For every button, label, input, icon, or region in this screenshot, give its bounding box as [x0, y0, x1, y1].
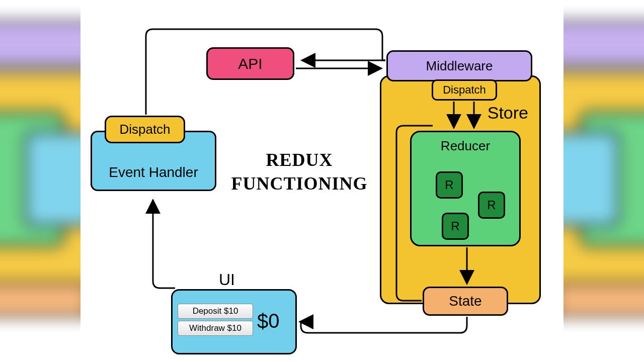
- ui-box: Deposit $10 Withdraw $10 $0: [171, 289, 297, 354]
- reducer-box: Reducer R R R: [410, 131, 521, 246]
- state-box: State: [423, 287, 508, 316]
- reducer-label: Reducer: [441, 138, 490, 154]
- reducer-r-2: R: [478, 192, 505, 219]
- api-box: API: [206, 47, 294, 80]
- deposit-button[interactable]: Deposit $10: [178, 304, 253, 319]
- withdraw-button[interactable]: Withdraw $10: [178, 321, 253, 336]
- dispatch-left-label: Dispatch: [119, 122, 170, 137]
- dispatch-store-box: Dispatch: [432, 79, 497, 101]
- api-label: API: [238, 55, 262, 72]
- blur-panel-right: [564, 0, 644, 362]
- ui-label: UI: [219, 270, 235, 289]
- diagram-canvas: Store Reducer R R R Middleware Dispatch …: [80, 0, 564, 362]
- middleware-label: Middleware: [426, 58, 493, 74]
- reducer-r-3: R: [442, 213, 469, 240]
- ui-balance: $0: [257, 310, 280, 332]
- diagram-title: Redux Functioning: [226, 148, 372, 196]
- middleware-box: Middleware: [386, 50, 532, 81]
- title-line-2: Functioning: [231, 173, 367, 194]
- state-label: State: [449, 293, 481, 309]
- dispatch-left-box: Dispatch: [105, 116, 185, 143]
- event-handler-label: Event Handler: [109, 164, 198, 180]
- title-line-1: Redux: [266, 150, 333, 170]
- store-label: Store: [488, 103, 528, 123]
- dispatch-store-label: Dispatch: [443, 83, 486, 97]
- blur-panel-left: [0, 0, 80, 362]
- reducer-r-1: R: [436, 171, 463, 199]
